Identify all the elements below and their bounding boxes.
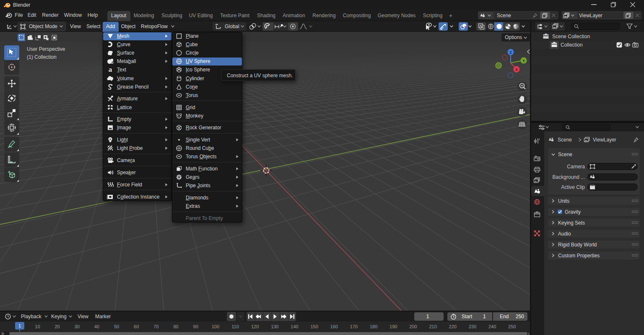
svg-text:X: X <box>515 68 518 72</box>
svg-text:Z: Z <box>509 50 512 55</box>
svg-text:Y: Y <box>522 59 525 63</box>
svg-text:a: a <box>109 66 112 73</box>
